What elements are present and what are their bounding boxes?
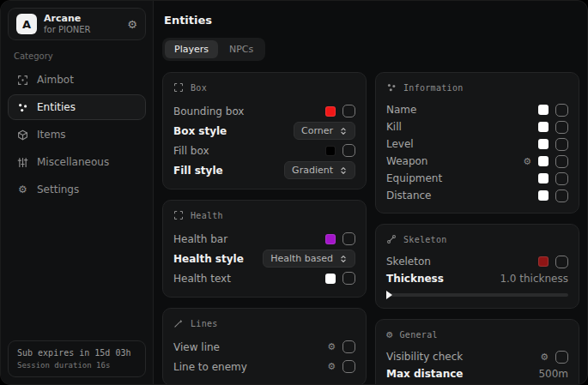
category-label: Category [14,51,140,61]
equipment-row: Equipment [386,170,568,187]
checkbox[interactable] [342,144,355,157]
row-label: Fill style [173,165,223,177]
checkbox[interactable] [342,232,355,245]
unfold-icon [339,255,348,263]
color-swatch[interactable] [538,173,549,183]
brand-card: A Arcane for PIONER ⚙ [8,8,146,40]
color-swatch[interactable] [538,190,549,201]
checkbox[interactable] [342,340,355,353]
line-to-enemy-row: Line to enemy ⚙ [173,357,355,376]
thickness-slider-thumb[interactable] [386,291,392,299]
checkbox[interactable] [555,138,568,151]
distance-row: Distance [386,187,568,204]
checkbox[interactable] [555,104,568,117]
name-row: Name [386,101,568,118]
tab-players[interactable]: Players [165,40,218,58]
cube-icon [17,129,28,141]
sidebar-item-items[interactable]: Items [8,122,146,147]
app-window: A Arcane for PIONER ⚙ Category Aimbot En… [0,0,588,385]
row-label: Bounding box [173,105,244,117]
app-logo: A [16,14,37,34]
row-label: Skeleton [386,256,431,268]
row-label: Max distance [386,368,463,380]
row-label: Health bar [173,233,227,245]
settings-gear-icon[interactable]: ⚙ [327,342,336,352]
panel-title: Box [191,83,207,93]
row-label: View line [173,341,220,353]
color-swatch[interactable] [538,122,549,132]
sidebar-item-aimbot[interactable]: Aimbot [8,67,146,93]
sidebar-item-label: Items [37,129,66,141]
checkbox[interactable] [555,256,568,268]
checkbox[interactable] [342,272,355,285]
row-label: Weapon [386,155,427,167]
thickness-value: 1.0 thickness [500,273,568,285]
bone-icon [386,234,397,244]
checkbox[interactable] [555,351,568,364]
checkbox[interactable] [342,360,355,373]
sidebar-item-miscellaneous[interactable]: Miscellaneous [8,149,146,175]
fill-style-dropdown[interactable]: Gradient [284,161,355,179]
general-panel: ⚙ General Visibility check ⚙ Max distanc… [375,319,579,385]
color-swatch[interactable] [325,146,336,156]
checkbox[interactable] [342,105,355,117]
color-swatch[interactable] [538,139,549,149]
checkbox[interactable] [555,189,568,202]
entity-tabs: Players NPCs [162,38,265,61]
health-style-row: Health style Health based [173,249,355,268]
panel-title: Information [403,83,464,93]
main-content: Entities Players NPCs Box Bounding box [154,1,588,384]
bounding-box-row: Bounding box [173,101,355,121]
settings-gear-icon[interactable]: ⚙ [540,352,549,362]
row-label: Fill box [173,145,209,157]
panel-title: General [400,330,438,340]
color-swatch[interactable] [538,256,549,267]
gear-icon[interactable]: ⚙ [127,19,137,30]
sidebar-item-label: Miscellaneous [37,156,109,168]
weapon-row: Weapon ⚙ [386,153,568,170]
health-style-dropdown[interactable]: Health based [263,250,355,268]
lines-panel: Lines View line ⚙ Line to enemy ⚙ [162,308,367,385]
color-swatch[interactable] [325,106,336,117]
health-brackets-icon [173,210,184,220]
brand-name: Arcane [44,14,91,24]
color-swatch[interactable] [325,274,336,284]
skeleton-toggle-row: Skeleton [386,253,568,270]
color-swatch[interactable] [325,234,336,244]
checkbox[interactable] [555,121,568,134]
row-label: Health style [173,253,244,265]
color-swatch[interactable] [538,105,549,115]
row-label: Box style [173,125,227,137]
sidebar-nav: Aimbot Entities Items Miscellaneous [8,67,146,202]
sliders-icon [17,157,28,168]
row-label: Name [386,104,416,116]
box-style-dropdown[interactable]: Corner [294,122,355,140]
thickness-slider[interactable] [386,293,568,297]
row-label: Equipment [386,172,442,184]
settings-gear-icon[interactable]: ⚙ [523,157,531,166]
row-label: Health text [173,273,231,285]
sidebar-item-label: Entities [37,101,76,113]
session-duration-text: Session duration 16s [17,361,136,370]
panel-title: Lines [191,319,218,328]
brand-subtitle: for PIONER [44,25,91,34]
logo-letter: A [22,18,31,31]
information-panel: Information Name Kill [375,72,579,214]
max-distance-row: Max distance 500m [386,365,568,382]
level-row: Level [386,135,568,153]
box-style-row: Box style Corner [173,121,355,141]
tab-npcs[interactable]: NPCs [220,40,263,58]
panel-title: Health [191,211,223,220]
box-corners-icon [173,82,184,93]
fill-style-row: Fill style Gradient [173,160,355,180]
row-label: Distance [386,189,431,202]
sidebar-item-entities[interactable]: Entities [8,94,146,120]
settings-gear-icon[interactable]: ⚙ [327,362,336,371]
color-swatch[interactable] [538,156,549,166]
checkbox[interactable] [555,155,568,168]
sidebar-item-settings[interactable]: ⚙ Settings [8,177,146,202]
max-distance-value: 500m [538,368,568,380]
row-label: Line to enemy [173,361,247,373]
health-bar-row: Health bar [173,229,355,249]
checkbox[interactable] [555,172,568,185]
